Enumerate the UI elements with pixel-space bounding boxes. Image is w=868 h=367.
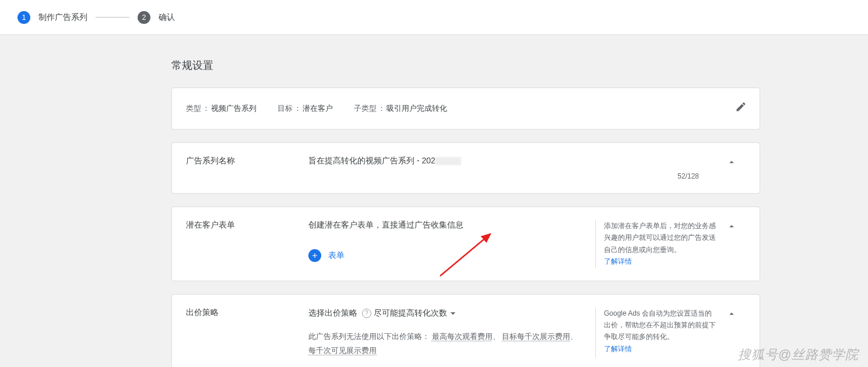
goal-label: 目标 bbox=[277, 103, 293, 114]
lead-form-desc: 创建潜在客户表单，直接通过广告收集信息 bbox=[308, 220, 595, 230]
stepper-header: 1 制作广告系列 2 确认 bbox=[0, 0, 868, 35]
collapse-button[interactable] bbox=[718, 220, 746, 268]
add-form-button[interactable]: 表单 bbox=[308, 249, 345, 262]
unavailable-opt: 每千次可见展示费用 bbox=[308, 346, 377, 355]
step-1-label: 制作广告系列 bbox=[38, 12, 87, 23]
unavailable-opt: 目标每千次展示费用 bbox=[502, 332, 570, 341]
step-2-label: 确认 bbox=[159, 12, 175, 23]
step-2[interactable]: 2 确认 bbox=[138, 11, 175, 24]
lead-form-label: 潜在客户表单 bbox=[186, 220, 308, 268]
help-icon[interactable]: ? bbox=[362, 309, 371, 318]
goal-value: 潜在客户 bbox=[303, 103, 333, 114]
bidding-sidebar: Google Ads 会自动为您设置适当的出价，帮助您在不超出预算的前提下争取尽… bbox=[595, 307, 718, 358]
subtype-value: 吸引用户完成转化 bbox=[386, 103, 447, 114]
campaign-name-label: 广告系列名称 bbox=[186, 156, 308, 180]
section-title: 常规设置 bbox=[171, 58, 760, 72]
step-1-number: 1 bbox=[17, 11, 30, 24]
learn-more-link[interactable]: 了解详情 bbox=[604, 257, 632, 265]
plus-icon bbox=[308, 249, 321, 262]
bidding-label: 出价策略 bbox=[186, 307, 308, 358]
bidding-dropdown[interactable]: 尽可能提高转化次数 bbox=[374, 307, 459, 319]
campaign-name-input[interactable]: 旨在提高转化的视频广告系列 - 202 bbox=[308, 156, 699, 166]
campaign-name-card: 广告系列名称 旨在提高转化的视频广告系列 - 202 52/128 bbox=[171, 142, 760, 194]
chevron-up-icon bbox=[726, 157, 737, 167]
redacted-text bbox=[435, 157, 461, 165]
learn-more-link[interactable]: 了解详情 bbox=[604, 345, 632, 353]
type-value: 视频广告系列 bbox=[211, 103, 256, 114]
bidding-note: 此广告系列无法使用以下出价策略： 最高每次观看费用、 目标每千次展示费用、 每千… bbox=[308, 330, 595, 358]
type-label: 类型 bbox=[186, 103, 201, 114]
unavailable-opt: 最高每次观看费用 bbox=[432, 332, 493, 341]
select-bidding-label: 选择出价策略 bbox=[308, 308, 357, 319]
chevron-down-icon bbox=[447, 307, 459, 319]
collapse-button[interactable] bbox=[718, 307, 746, 358]
step-1[interactable]: 1 制作广告系列 bbox=[17, 11, 87, 24]
add-form-label: 表单 bbox=[328, 250, 345, 261]
lead-form-sidebar: 添加潜在客户表单后，对您的业务感兴趣的用户就可以通过您的广告发送自己的信息或向您… bbox=[595, 220, 718, 268]
edit-icon[interactable] bbox=[735, 101, 747, 114]
chevron-up-icon bbox=[726, 221, 737, 232]
lead-form-card: 潜在客户表单 创建潜在客户表单，直接通过广告收集信息 表单 添加潜在客户表单后，… bbox=[171, 207, 760, 281]
step-2-number: 2 bbox=[138, 11, 150, 24]
collapse-button[interactable] bbox=[718, 156, 746, 180]
campaign-type-card: 类型： 视频广告系列 目标： 潜在客户 子类型： 吸引用户完成转化 bbox=[171, 88, 760, 130]
bidding-card: 出价策略 选择出价策略 ? 尽可能提高转化次数 此广告系列无法使用以下出价策略：… bbox=[171, 294, 760, 367]
step-connector bbox=[96, 17, 129, 18]
page-body: 常规设置 类型： 视频广告系列 目标： 潜在客户 子类型： 吸引用户完成转化 bbox=[0, 35, 868, 367]
subtype-label: 子类型 bbox=[354, 103, 377, 114]
char-count: 52/128 bbox=[308, 172, 699, 180]
chevron-up-icon bbox=[726, 309, 737, 319]
